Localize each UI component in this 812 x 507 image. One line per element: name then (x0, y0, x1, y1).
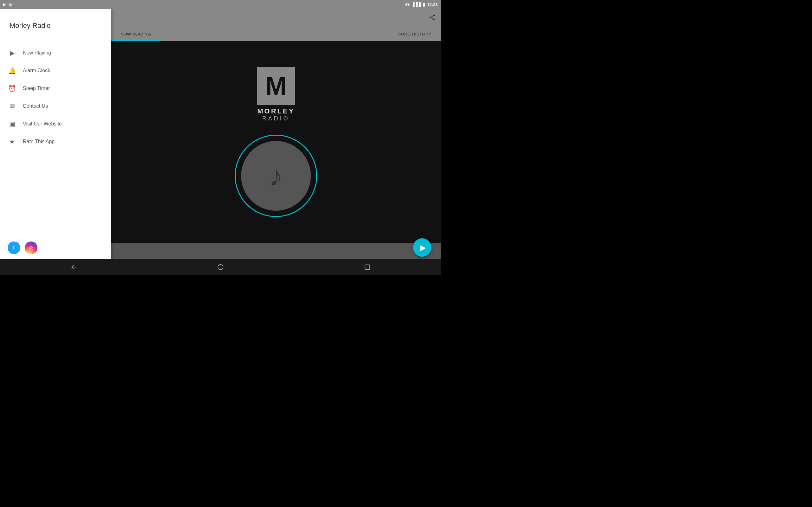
play-button[interactable]: ▶ (413, 238, 432, 257)
twitter-button[interactable]: t (8, 241, 20, 254)
contact-us-label: Contact Us (23, 103, 48, 109)
visit-website-icon: ▣ (8, 119, 16, 128)
logo-letter: M (265, 73, 287, 99)
logo-subname: RADIO (257, 115, 295, 122)
sidebar-footer: t ◎ (0, 236, 111, 259)
svg-rect-1 (365, 265, 370, 270)
now-playing-label: Now Playing (23, 50, 51, 56)
sidebar-divider (0, 39, 111, 39)
instagram-button[interactable]: ◎ (25, 241, 38, 254)
play-indicator-icon: ▶ (3, 2, 6, 7)
android-nav-bar (0, 259, 441, 275)
rate-app-label: Rate This App (23, 139, 55, 145)
tab-bar: NOW PLAYING SONG HISTORY (111, 28, 441, 41)
sidebar-item-sleep-timer[interactable]: ⏰Sleep Timer (0, 79, 111, 97)
logo-text: MORLEY RADIO (257, 107, 295, 122)
sidebar: Morley Radio ▶Now Playing🔔Alarm Clock⏰Sl… (0, 9, 111, 259)
status-bar: ▶ ⬤ ▾▾ ▐▐▐ ▮ 12:23 (0, 0, 441, 9)
app-bar (111, 9, 441, 28)
tab-spacer (160, 28, 389, 40)
alarm-clock-icon: 🔔 (8, 66, 16, 75)
music-circle-container: ♪ (235, 135, 317, 217)
sidebar-item-alarm-clock[interactable]: 🔔Alarm Clock (0, 62, 111, 79)
radio-logo: M MORLEY RADIO (257, 67, 295, 122)
visit-website-label: Visit Our Website (23, 121, 62, 127)
main-content: NOW PLAYING SONG HISTORY M MORLEY RADIO … (111, 9, 441, 259)
sidebar-item-visit-website[interactable]: ▣Visit Our Website (0, 115, 111, 133)
sleep-timer-icon: ⏰ (8, 84, 16, 93)
logo-name: MORLEY (257, 107, 295, 115)
sidebar-nav: ▶Now Playing🔔Alarm Clock⏰Sleep Timer✉Con… (0, 42, 111, 236)
logo-box: M (257, 67, 295, 105)
rate-app-icon: ★ (8, 137, 16, 146)
radio-content: M MORLEY RADIO ♪ (111, 41, 441, 243)
tab-now-playing[interactable]: NOW PLAYING (111, 28, 160, 40)
twitter-icon: t (13, 245, 14, 250)
sidebar-item-rate-app[interactable]: ★Rate This App (0, 133, 111, 151)
wifi-icon: ▾▾ (405, 2, 409, 7)
back-button[interactable] (67, 261, 80, 274)
play-fab-icon: ▶ (420, 243, 426, 252)
clock-display: 12:23 (427, 2, 438, 7)
now-playing-icon: ▶ (8, 49, 16, 57)
app-container: Morley Radio ▶Now Playing🔔Alarm Clock⏰Sl… (0, 9, 441, 259)
svg-point-0 (218, 265, 223, 270)
signal-icon: ▐▐▐ (411, 2, 421, 7)
sidebar-title: Morley Radio (0, 9, 111, 36)
home-button[interactable] (214, 261, 227, 274)
alarm-clock-label: Alarm Clock (23, 68, 50, 73)
status-bar-left: ▶ ⬤ (3, 2, 12, 7)
sidebar-item-now-playing[interactable]: ▶Now Playing (0, 44, 111, 62)
tab-song-history[interactable]: SONG HISTORY (389, 28, 441, 40)
share-icon[interactable] (429, 14, 436, 23)
status-bar-right: ▾▾ ▐▐▐ ▮ 12:23 (405, 2, 438, 7)
recents-button[interactable] (361, 261, 374, 274)
sleep-timer-label: Sleep Timer (23, 86, 50, 91)
music-circle-outer (235, 135, 317, 217)
player-bar: ▶ (111, 243, 441, 259)
status-dot-icon: ⬤ (9, 3, 12, 6)
instagram-icon: ◎ (29, 245, 33, 251)
contact-us-icon: ✉ (8, 102, 16, 111)
battery-icon: ▮ (423, 2, 425, 7)
sidebar-item-contact-us[interactable]: ✉Contact Us (0, 97, 111, 115)
